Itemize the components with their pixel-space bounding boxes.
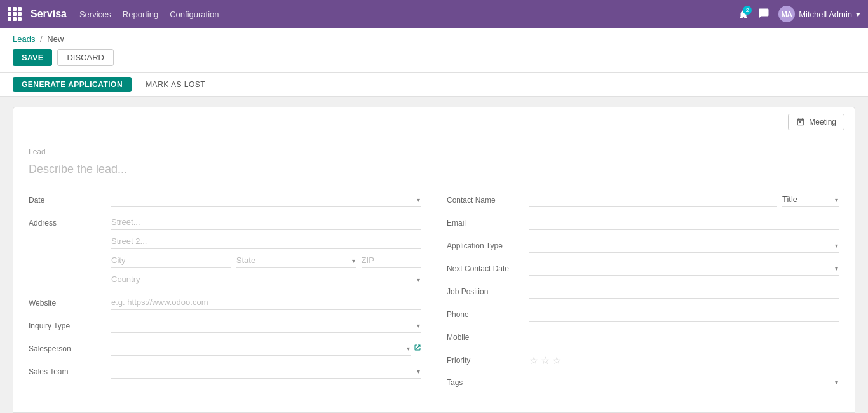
user-menu[interactable]: MA Mitchell Admin ▾: [778, 6, 860, 22]
save-button[interactable]: SAVE: [13, 49, 52, 66]
address-row: Address ▾: [29, 215, 421, 287]
address-fields: ▾ ▾: [111, 215, 421, 287]
address-label: Address: [29, 215, 111, 227]
breadcrumb-leads[interactable]: Leads: [13, 34, 35, 44]
meeting-button[interactable]: Meeting: [788, 114, 844, 130]
date-label: Date: [29, 192, 111, 205]
salesperson-external-link[interactable]: [414, 344, 421, 353]
card-top-bar: Meeting: [13, 107, 855, 137]
app-logo[interactable]: Servisa: [8, 7, 67, 21]
priority-stars: ☆ ☆ ☆: [529, 352, 839, 367]
top-menu: Services Reporting Configuration: [79, 10, 219, 19]
next-contact-label: Next Contact Date: [447, 261, 529, 273]
mark-as-lost-button[interactable]: MARK AS LOST: [137, 77, 214, 92]
top-navigation: Servisa Services Reporting Configuration…: [0, 0, 868, 28]
date-field: 02/18/2021 ▾: [111, 192, 421, 207]
email-label: Email: [447, 215, 529, 227]
page-header: Leads / New SAVE DISCARD: [0, 28, 868, 73]
action-buttons: SAVE DISCARD: [13, 49, 855, 72]
priority-label: Priority: [447, 352, 529, 365]
breadcrumb-current: New: [47, 34, 64, 44]
grid-icon: [8, 7, 22, 21]
next-contact-input[interactable]: [529, 261, 839, 276]
salesperson-row: Salesperson Mitchell Admin ▾: [29, 341, 421, 356]
job-position-row: Job Position: [447, 283, 839, 299]
salesperson-label: Salesperson: [29, 341, 111, 353]
mobile-input[interactable]: [529, 329, 839, 344]
menu-services[interactable]: Services: [79, 10, 111, 19]
inquiry-type-select[interactable]: [111, 318, 421, 333]
mobile-row: Mobile: [447, 329, 839, 344]
email-input[interactable]: [529, 215, 839, 230]
phone-input[interactable]: [529, 306, 839, 322]
application-type-row: Application Type Application ▾: [447, 238, 839, 253]
record-toolbar: GENERATE APPLICATION MARK AS LOST: [0, 73, 868, 97]
application-type-input[interactable]: Application: [529, 238, 839, 253]
form-card: Meeting Lead Date 02/18/2021 ▾: [13, 107, 855, 413]
tags-row: Tags ▾: [447, 374, 839, 389]
job-position-input[interactable]: [529, 283, 839, 299]
sales-team-input[interactable]: [111, 363, 421, 379]
job-position-label: Job Position: [447, 283, 529, 296]
notification-bell[interactable]: 2: [738, 8, 749, 20]
title-select[interactable]: Title: [782, 192, 839, 207]
form-left-column: Date 02/18/2021 ▾ Address: [29, 192, 421, 397]
country-input[interactable]: [111, 272, 421, 287]
sales-team-row: Sales Team ▾: [29, 363, 421, 379]
form-grid: Date 02/18/2021 ▾ Address: [13, 186, 855, 407]
date-input[interactable]: 02/18/2021: [111, 192, 421, 207]
phone-label: Phone: [447, 306, 529, 319]
priority-star-3[interactable]: ☆: [552, 355, 561, 367]
website-label: Website: [29, 295, 111, 308]
menu-configuration[interactable]: Configuration: [170, 10, 219, 19]
street2-input[interactable]: [111, 234, 421, 249]
discard-button[interactable]: DISCARD: [57, 49, 114, 66]
city-input[interactable]: [111, 253, 231, 268]
top-right-actions: 2 MA Mitchell Admin ▾: [738, 6, 860, 22]
avatar: MA: [778, 6, 795, 22]
salesperson-input[interactable]: Mitchell Admin: [111, 341, 411, 356]
calendar-icon: [796, 118, 805, 126]
meeting-label: Meeting: [809, 118, 836, 126]
sales-team-label: Sales Team: [29, 363, 111, 376]
tags-input[interactable]: [529, 374, 839, 389]
tags-label: Tags: [447, 374, 529, 387]
user-name: Mitchell Admin: [799, 10, 852, 19]
lead-description-input[interactable]: [29, 160, 397, 179]
brand-name: Servisa: [31, 8, 67, 20]
priority-star-2[interactable]: ☆: [541, 355, 550, 367]
chat-icon[interactable]: [758, 8, 770, 21]
phone-row: Phone: [447, 306, 839, 322]
website-input[interactable]: [111, 295, 421, 310]
application-type-label: Application Type: [447, 238, 529, 250]
main-content: Meeting Lead Date 02/18/2021 ▾: [0, 97, 868, 413]
contact-name-row: Contact Name Title ▾: [447, 192, 839, 207]
next-contact-row: Next Contact Date ▾: [447, 261, 839, 276]
lead-section: Lead: [13, 137, 855, 186]
form-right-column: Contact Name Title ▾: [447, 192, 839, 397]
priority-row: Priority ☆ ☆ ☆: [447, 352, 839, 367]
breadcrumb: Leads / New: [13, 34, 855, 44]
mobile-label: Mobile: [447, 329, 529, 342]
menu-reporting[interactable]: Reporting: [123, 10, 158, 19]
website-row: Website: [29, 295, 421, 310]
zip-input[interactable]: [362, 253, 421, 268]
street-input[interactable]: [111, 215, 421, 230]
priority-star-1[interactable]: ☆: [529, 355, 538, 367]
email-row: Email: [447, 215, 839, 230]
contact-name-input[interactable]: [529, 192, 777, 207]
date-row: Date 02/18/2021 ▾: [29, 192, 421, 207]
notification-count: 2: [743, 6, 752, 15]
generate-application-button[interactable]: GENERATE APPLICATION: [13, 77, 132, 92]
inquiry-type-label: Inquiry Type: [29, 318, 111, 330]
user-dropdown-arrow: ▾: [856, 10, 860, 19]
state-input[interactable]: [236, 253, 356, 268]
lead-label: Lead: [29, 147, 839, 156]
contact-name-label: Contact Name: [447, 192, 529, 205]
inquiry-type-row: Inquiry Type ▾: [29, 318, 421, 333]
